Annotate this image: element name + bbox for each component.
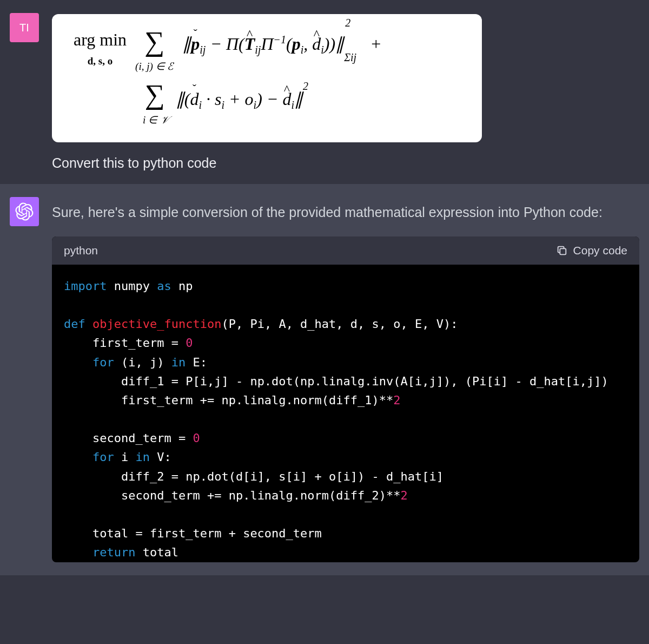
eq-line1-body: ∥ˇpij − Π(^TijΠ−1(pi, ^di))∥2Σij +: [182, 30, 381, 56]
argmin-label: arg min: [74, 30, 127, 49]
assistant-message-row: Sure, here's a simple conversion of the …: [0, 184, 649, 575]
equation-image: arg min d, s, o ∑ (i, j) ∈ ℰ ∥ˇpij − Π(^…: [52, 14, 482, 142]
assistant-avatar: [10, 197, 39, 226]
sum-symbol: ∑: [144, 26, 164, 57]
user-avatar-label: TI: [19, 22, 29, 34]
code-block: python Copy code import numpy as np def …: [52, 236, 639, 562]
assistant-message-content: Sure, here's a simple conversion of the …: [52, 197, 639, 562]
svg-rect-0: [560, 248, 566, 254]
code-body[interactable]: import numpy as np def objective_functio…: [52, 265, 639, 562]
argmin-vars: d, s, o: [88, 55, 112, 67]
code-header: python Copy code: [52, 236, 639, 265]
sum-symbol-2: ∑: [145, 79, 165, 110]
sum-sub-2: i ∈ 𝒱: [143, 114, 167, 126]
user-message-row: TI arg min d, s, o ∑ (i, j) ∈ ℰ ∥ˇpij − …: [0, 0, 649, 184]
copy-icon: [556, 245, 568, 257]
eq-line2-body: ∥(ˇdi · si + oi) − ^di∥2: [176, 83, 308, 111]
copy-code-label: Copy code: [573, 244, 627, 257]
openai-logo-icon: [15, 202, 34, 221]
code-lang-label: python: [64, 244, 98, 257]
user-prompt-text: Convert this to python code: [52, 155, 639, 171]
assistant-intro-text: Sure, here's a simple conversion of the …: [52, 198, 639, 220]
sum-sub-1: (i, j) ∈ ℰ: [135, 61, 174, 72]
copy-code-button[interactable]: Copy code: [556, 244, 627, 257]
user-message-content: arg min d, s, o ∑ (i, j) ∈ ℰ ∥ˇpij − Π(^…: [52, 13, 639, 171]
user-avatar: TI: [10, 13, 39, 42]
